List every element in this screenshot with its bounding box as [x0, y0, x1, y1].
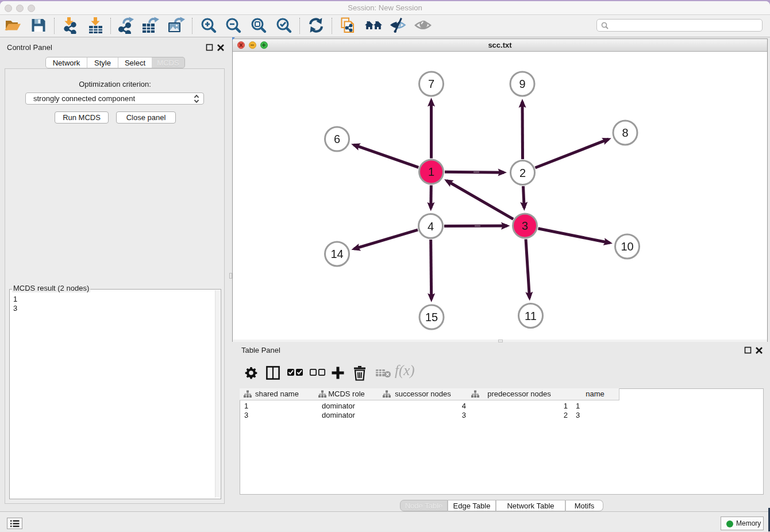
- svg-text:14: 14: [330, 248, 343, 260]
- svg-text:2: 2: [519, 167, 526, 179]
- svg-text:1: 1: [428, 165, 434, 178]
- svg-text:8: 8: [622, 126, 628, 139]
- svg-text:11: 11: [525, 310, 537, 322]
- svg-text:15: 15: [425, 311, 438, 323]
- svg-text:9: 9: [519, 78, 525, 90]
- svg-text:6: 6: [334, 133, 340, 145]
- svg-text:7: 7: [428, 78, 434, 90]
- svg-text:3: 3: [522, 219, 528, 232]
- svg-text:4: 4: [428, 220, 434, 233]
- svg-text:10: 10: [621, 240, 633, 253]
